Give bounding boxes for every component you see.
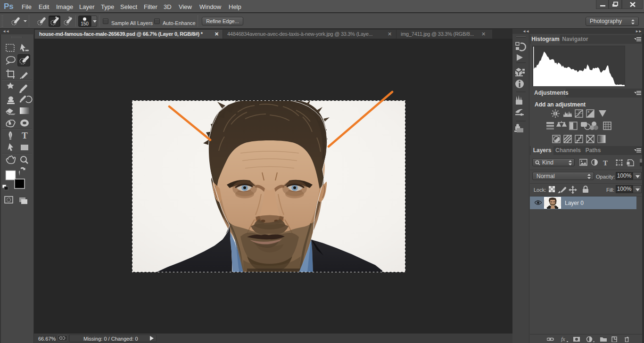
svg-text:fx: fx bbox=[561, 336, 565, 342]
svg-text:T: T bbox=[22, 131, 28, 140]
svg-text:+: + bbox=[587, 110, 590, 114]
svg-text:T: T bbox=[603, 159, 608, 167]
